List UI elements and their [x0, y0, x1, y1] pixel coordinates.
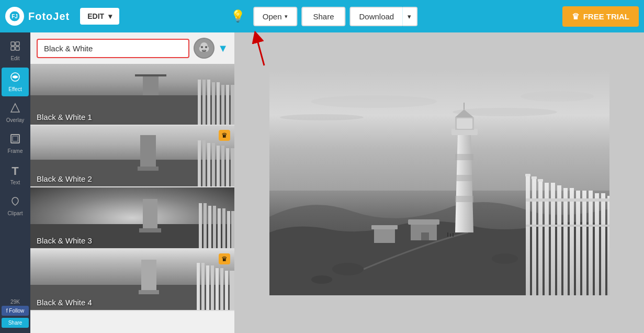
svg-rect-43 — [139, 228, 161, 232]
svg-rect-45 — [204, 203, 207, 248]
fb-section: 29K f Follow Share — [2, 299, 29, 333]
free-trial-label: FREE TRIAL — [583, 12, 629, 21]
sidebar-item-overlay[interactable]: Overlay — [2, 98, 29, 127]
svg-rect-93 — [570, 188, 574, 295]
svg-rect-6 — [16, 47, 19, 50]
sidebar-item-clipart[interactable]: Clipart — [2, 192, 29, 220]
effect-label-bw2: Black & White 2 — [30, 171, 98, 186]
effect-item-bw2[interactable]: ♛ Black & White 2 — [30, 126, 234, 187]
svg-rect-9 — [11, 135, 19, 143]
effect-item-bw4[interactable]: ♛ Black & White 4 — [30, 249, 234, 311]
effects-panel: ▼ — [30, 32, 234, 333]
fb-count: 29K — [2, 299, 29, 305]
svg-point-107 — [492, 253, 518, 264]
clipart-icon — [10, 196, 20, 209]
sidebar-item-frame[interactable]: Frame — [2, 129, 29, 158]
fb-share-label: Share — [8, 320, 22, 326]
svg-point-16 — [205, 46, 207, 48]
main-area: Edit Effect Overlay — [0, 32, 644, 333]
svg-rect-71 — [421, 232, 429, 240]
svg-rect-46 — [208, 206, 211, 248]
text-icon: T — [12, 164, 18, 178]
logo-text: FotoJet — [28, 10, 70, 23]
effect-item-bw1[interactable]: Black & White 1 — [30, 64, 234, 126]
svg-rect-49 — [222, 208, 225, 248]
fb-share-button[interactable]: Share — [2, 318, 29, 328]
svg-rect-53 — [141, 260, 156, 290]
svg-point-67 — [521, 91, 594, 102]
svg-rect-47 — [213, 206, 216, 248]
svg-rect-80 — [455, 196, 473, 202]
category-dropdown-chevron[interactable]: ▼ — [218, 42, 228, 54]
effect-thumbnail-bw1: Black & White 1 — [30, 64, 234, 125]
svg-point-64 — [311, 95, 437, 108]
svg-point-106 — [311, 275, 332, 284]
svg-rect-25 — [212, 82, 215, 125]
open-label: Open — [263, 12, 282, 21]
tools-sidebar: Edit Effect Overlay — [0, 32, 30, 333]
svg-rect-17 — [135, 74, 166, 76]
svg-rect-44 — [199, 203, 202, 248]
svg-rect-75 — [450, 234, 451, 237]
avatar — [194, 38, 214, 59]
svg-rect-56 — [201, 263, 205, 310]
open-button[interactable]: Open ▾ — [253, 7, 298, 26]
sidebar-item-frame-label: Frame — [8, 148, 23, 154]
svg-rect-23 — [202, 80, 206, 125]
svg-rect-57 — [206, 265, 209, 310]
svg-rect-37 — [217, 146, 220, 186]
download-button[interactable]: Download — [350, 7, 403, 26]
sidebar-item-clipart-label: Clipart — [8, 210, 23, 216]
share-button[interactable]: Share — [301, 7, 345, 26]
svg-rect-87 — [532, 177, 536, 295]
bulb-button[interactable]: 💡 — [227, 6, 249, 26]
effects-list: Black & White 1 — [30, 64, 234, 333]
svg-rect-24 — [207, 80, 210, 125]
fb-follow-button[interactable]: f Follow — [2, 306, 29, 316]
svg-rect-50 — [227, 211, 230, 248]
svg-rect-102 — [525, 174, 530, 176]
svg-rect-98 — [601, 193, 605, 295]
sidebar-item-effect[interactable]: Effect — [2, 68, 29, 96]
svg-rect-72 — [374, 227, 395, 243]
sidebar-item-text[interactable]: T Text — [2, 160, 29, 190]
free-trial-button[interactable]: ♛ FREE TRIAL — [562, 6, 639, 27]
effect-label-bw1: Black & White 1 — [30, 109, 98, 125]
svg-rect-88 — [538, 180, 543, 295]
header-center-actions: 💡 Open ▾ Share Download ▾ — [227, 6, 417, 26]
svg-rect-60 — [220, 268, 223, 310]
svg-rect-62 — [230, 271, 234, 310]
svg-rect-78 — [455, 154, 473, 160]
edit-dropdown[interactable]: EDIT ▾ — [80, 8, 119, 25]
svg-rect-101 — [526, 225, 609, 227]
svg-rect-36 — [212, 143, 215, 186]
svg-rect-70 — [408, 219, 439, 225]
svg-rect-22 — [198, 80, 201, 125]
sidebar-item-edit-label: Edit — [10, 56, 19, 61]
svg-rect-10 — [13, 136, 18, 141]
svg-rect-95 — [582, 191, 586, 295]
svg-marker-8 — [11, 104, 19, 112]
svg-rect-27 — [221, 85, 224, 125]
effect-item-bw3[interactable]: Black & White 3 — [30, 187, 234, 249]
category-search-input[interactable] — [37, 39, 189, 58]
frame-icon — [10, 134, 20, 147]
effect-label-bw3: Black & White 3 — [30, 233, 98, 248]
logo-icon: FJ — [5, 7, 24, 26]
svg-rect-34 — [202, 140, 206, 186]
svg-rect-55 — [197, 263, 200, 310]
edit-label: EDIT — [87, 12, 104, 20]
effect-label-bw4: Black & White 4 — [30, 295, 98, 310]
svg-point-66 — [280, 114, 364, 120]
svg-rect-59 — [216, 268, 219, 310]
canvas-area — [234, 32, 644, 333]
effects-header-right: ▼ — [194, 38, 228, 59]
svg-point-105 — [332, 263, 364, 275]
effects-header: ▼ — [30, 32, 234, 64]
premium-badge-bw2: ♛ — [219, 130, 230, 141]
svg-rect-103 — [532, 176, 537, 179]
effect-icon — [10, 72, 20, 85]
edit-caret: ▾ — [108, 12, 112, 20]
sidebar-item-edit[interactable]: Edit — [2, 37, 29, 65]
download-dropdown-arrow[interactable]: ▾ — [402, 7, 417, 26]
